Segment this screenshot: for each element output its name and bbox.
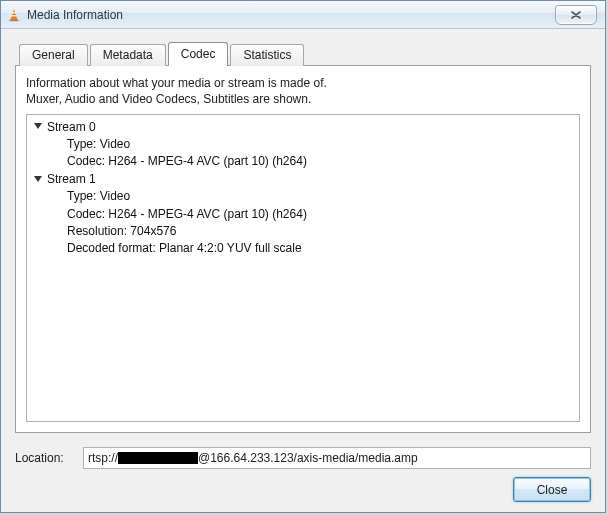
svg-rect-1 [12,12,16,13]
stream-prop: Codec: H264 - MPEG-4 AVC (part 10) (h264… [67,206,573,223]
stream-node: Stream 1 Type: Video Codec: H264 - MPEG-… [33,171,573,258]
panel-info-line: Information about what your media or str… [26,76,580,92]
media-information-window: Media Information General Metadata Codec… [0,0,606,513]
tree-row[interactable]: Stream 0 [33,119,573,136]
close-icon [570,10,582,20]
panel-description: Information about what your media or str… [26,76,580,108]
location-label: Location: [15,451,73,465]
codec-panel: Information about what your media or str… [15,65,591,433]
disclosure-triangle-icon[interactable] [33,175,43,185]
svg-marker-0 [11,9,18,20]
stream-props: Type: Video Codec: H264 - MPEG-4 AVC (pa… [67,136,573,171]
button-row: Close [15,477,591,502]
location-prefix: rtsp:// [88,451,118,465]
close-button[interactable]: Close [513,477,591,502]
titlebar: Media Information [1,1,605,29]
vlc-cone-icon [5,6,23,24]
stream-label: Stream 0 [47,119,96,136]
stream-prop: Type: Video [67,188,573,205]
bottom-bar: Location: rtsp://@166.64.233.123/axis-me… [1,441,605,512]
close-window-button[interactable] [555,5,597,25]
stream-node: Stream 0 Type: Video Codec: H264 - MPEG-… [33,119,573,171]
svg-rect-2 [11,15,16,16]
tab-general[interactable]: General [19,44,88,66]
svg-marker-5 [34,176,42,182]
stream-props: Type: Video Codec: H264 - MPEG-4 AVC (pa… [67,188,573,258]
location-field[interactable]: rtsp://@166.64.233.123/axis-media/media.… [83,447,591,469]
stream-label: Stream 1 [47,171,96,188]
window-title: Media Information [27,8,555,22]
svg-marker-4 [34,123,42,129]
tree-row[interactable]: Stream 1 [33,171,573,188]
tab-codec[interactable]: Codec [168,42,229,66]
tab-metadata[interactable]: Metadata [90,44,166,66]
stream-prop: Codec: H264 - MPEG-4 AVC (part 10) (h264… [67,153,573,170]
tab-bar: General Metadata Codec Statistics [15,41,591,65]
stream-prop: Decoded format: Planar 4:2:0 YUV full sc… [67,240,573,257]
stream-prop: Type: Video [67,136,573,153]
content-area: General Metadata Codec Statistics Inform… [1,29,605,441]
stream-prop: Resolution: 704x576 [67,223,573,240]
stream-tree[interactable]: Stream 0 Type: Video Codec: H264 - MPEG-… [26,114,580,422]
disclosure-triangle-icon[interactable] [33,122,43,132]
panel-info-line: Muxer, Audio and Video Codecs, Subtitles… [26,92,580,108]
location-suffix: @166.64.233.123/axis-media/media.amp [198,451,418,465]
location-row: Location: rtsp://@166.64.233.123/axis-me… [15,447,591,469]
svg-rect-3 [10,19,19,21]
tab-statistics[interactable]: Statistics [230,44,304,66]
redacted-credentials [118,452,198,464]
